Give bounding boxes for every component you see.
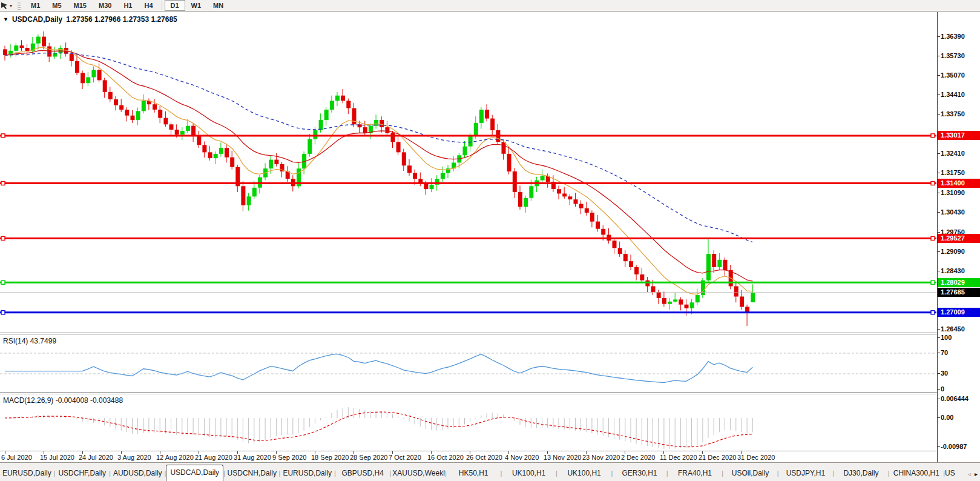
time-tick-label: 31 Aug 2020	[234, 454, 271, 461]
chart-tab-usdchf-1[interactable]: USDCHF,Daily	[55, 466, 109, 481]
chart-tab-usdcnh-4[interactable]: USDCNH,Daily	[225, 466, 279, 481]
chart-tab-audusd-2[interactable]: AUDUSD,Daily	[111, 466, 165, 481]
time-tick-label: 9 Sep 2020	[272, 454, 306, 461]
chart-tab-usdjpy-14[interactable]: USDJPY,H1	[779, 466, 833, 481]
line-handle[interactable]	[1, 134, 5, 138]
chart-tab-eurusd-0[interactable]: EURUSD,Daily	[0, 466, 54, 481]
timeframe-button-h4[interactable]: H4	[138, 0, 159, 11]
line-handle[interactable]	[931, 134, 935, 138]
time-tick-label: 23 Nov 2020	[582, 454, 620, 461]
line-handle[interactable]	[1, 311, 5, 314]
chart-symbol-label: USDCAD,Daily	[12, 15, 62, 24]
chart-tab-eurusd-5[interactable]: EURUSD,Daily	[280, 466, 334, 481]
axis-tick-mark	[938, 193, 940, 193]
time-tick-label: 3 Aug 2020	[117, 454, 151, 461]
time-tick-label: 11 Dec 2020	[660, 454, 697, 461]
line-handle[interactable]	[931, 280, 935, 284]
macd-panel[interactable]: MACD(12,26,9) -0.004008 -0.003488	[0, 394, 937, 451]
rsi-scale-label: 30	[941, 370, 948, 377]
chart-tab-usoil-13[interactable]: USOil,Daily	[723, 466, 777, 481]
timeframe-button-m15[interactable]: M15	[68, 0, 93, 11]
time-tick-label: 26 Oct 2020	[466, 454, 502, 461]
time-tick-label: 7 Oct 2020	[389, 454, 421, 461]
chart-tab-hk50-8[interactable]: HK50,H1	[447, 466, 501, 481]
line-handle[interactable]	[1, 280, 5, 284]
price-tick-label: 1.29090	[941, 248, 965, 256]
chart-tab-china300-16[interactable]: CHINA300,H1	[890, 466, 944, 481]
price-level-flag[interactable]: 1.33017	[938, 131, 980, 140]
axis-tick-mark	[938, 271, 940, 271]
rsi-label: RSI(14) 43.7499	[3, 337, 56, 345]
axis-tick-mark	[938, 153, 940, 154]
axis-tick-mark	[938, 36, 940, 37]
chart-tab-dj30-15[interactable]: DJ30,Daily	[834, 466, 888, 481]
axis-tick-mark	[938, 337, 940, 338]
tab-scroll-controls: ◃▸	[957, 471, 980, 481]
price-tick-label: 1.34410	[941, 91, 965, 99]
axis-tick-mark	[938, 95, 940, 95]
line-handle[interactable]	[1, 237, 5, 240]
timeframe-button-m1[interactable]: M1	[25, 0, 46, 11]
chart-tab-uk100-10[interactable]: UK100,H1	[557, 466, 611, 481]
macd-histogram	[5, 407, 752, 449]
time-tick-label: 16 Oct 2020	[427, 454, 464, 461]
top-toolbar: ▾ M1M5M15M30H1H4D1W1MN	[0, 0, 980, 12]
price-level-flag[interactable]: 1.28029	[938, 278, 980, 287]
price-level-flag[interactable]: 1.31400	[938, 179, 980, 188]
chart-tab-uk100-9[interactable]: UK100,H1	[502, 466, 556, 481]
line-handle[interactable]	[931, 237, 935, 240]
chart-tab-ger30-11[interactable]: GER30,H1	[613, 466, 666, 481]
rsi-scale-label: 0	[941, 385, 944, 393]
chart-title-bar: ▼ USDCAD,Daily 1.27356 1.27966 1.27353 1…	[3, 15, 177, 24]
cursor-dropdown-arrow-icon[interactable]: ▾	[10, 3, 12, 8]
timeframe-button-mn[interactable]: MN	[207, 0, 229, 11]
tabs-scroll-right-icon[interactable]: ▸	[975, 471, 978, 477]
main-chart-panel[interactable]: ▼ USDCAD,Daily 1.27356 1.27966 1.27353 1…	[0, 12, 937, 333]
chart-tab-usdcad-3[interactable]: USDCAD,Daily	[166, 465, 223, 481]
price-level-flag[interactable]: 1.27009	[938, 308, 980, 317]
timeframe-buttons: M1M5M15M30H1H4D1W1MN	[25, 0, 229, 11]
time-tick-label: 31 Dec 2020	[737, 454, 775, 461]
price-tick-label: 1.31750	[941, 169, 965, 177]
macd-svg[interactable]	[0, 394, 937, 452]
macd-scale-label: 0.006444	[941, 395, 968, 403]
timeframe-button-d1[interactable]: D1	[165, 0, 185, 11]
price-tick-label: 1.35730	[941, 52, 965, 60]
chart-ohlc-values: 1.27356 1.27966 1.27353 1.27685	[66, 15, 177, 24]
timeframe-button-w1[interactable]: W1	[185, 0, 208, 11]
symbol-dropdown-icon[interactable]: ▼	[3, 16, 8, 22]
line-handle[interactable]	[931, 182, 935, 185]
axis-tick-mark	[938, 417, 940, 418]
chart-tab-xauusd-7[interactable]: XAUUSD,Weekly	[391, 466, 445, 481]
axis-tick-mark	[938, 446, 940, 447]
chart-cursor-icon[interactable]	[1, 1, 9, 10]
rsi-panel[interactable]: RSI(14) 43.7499	[0, 334, 937, 393]
chart-tab-gbpusd-6[interactable]: GBPUSD,H4	[336, 466, 390, 481]
time-tick-label: 21 Aug 2020	[195, 454, 232, 461]
axis-tick-mark	[938, 389, 940, 390]
time-tick-label: 12 Aug 2020	[156, 454, 194, 461]
rsi-scale-label: 100	[941, 334, 952, 342]
time-tick-label: 28 Sep 2020	[350, 454, 387, 461]
axis-tick-mark	[938, 56, 940, 56]
line-handle[interactable]	[931, 311, 935, 314]
chart-tab-truncated[interactable]: US	[945, 466, 957, 481]
main-chart-svg[interactable]	[0, 12, 937, 333]
chart-tab-fra40-12[interactable]: FRA40,H1	[668, 466, 722, 481]
rsi-svg[interactable]	[0, 335, 937, 393]
time-axis[interactable]: 6 Jul 202015 Jul 202024 Jul 20203 Aug 20…	[0, 451, 937, 462]
time-tick-label: 24 Jul 2020	[79, 454, 113, 461]
timeframe-button-h1[interactable]: H1	[117, 0, 138, 11]
axis-tick-mark	[938, 373, 940, 374]
price-level-flag[interactable]: 1.29527	[938, 234, 980, 243]
axis-tick-mark	[938, 173, 940, 173]
axis-tick-mark	[938, 251, 940, 252]
line-handle[interactable]	[1, 182, 5, 185]
price-tick-label: 1.36390	[941, 33, 965, 41]
timeframe-button-m5[interactable]: M5	[46, 0, 67, 11]
current-price-flag: 1.27685	[938, 288, 980, 297]
timeframe-button-m30[interactable]: M30	[93, 0, 117, 11]
price-tick-label: 1.26450	[941, 325, 965, 333]
tabs-scroll-left-icon[interactable]: ◃	[968, 471, 971, 477]
toolbar-grip[interactable]	[18, 2, 21, 10]
